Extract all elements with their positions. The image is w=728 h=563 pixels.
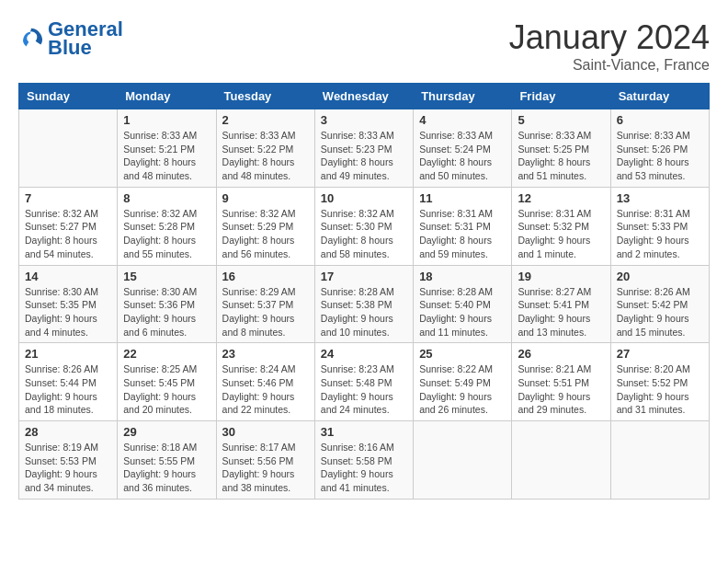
day-number: 24 — [321, 347, 407, 361]
day-number: 17 — [321, 270, 407, 283]
column-header-saturday: Saturday — [610, 84, 709, 109]
calendar-cell — [414, 421, 512, 500]
day-info: Sunrise: 8:22 AM Sunset: 5:49 PM Dayligh… — [419, 362, 506, 417]
day-info: Sunrise: 8:30 AM Sunset: 5:35 PM Dayligh… — [25, 285, 111, 339]
calendar-cell: 7Sunrise: 8:32 AM Sunset: 5:27 PM Daylig… — [19, 187, 118, 265]
calendar-week-row: 7Sunrise: 8:32 AM Sunset: 5:27 PM Daylig… — [19, 187, 710, 265]
day-info: Sunrise: 8:29 AM Sunset: 5:37 PM Dayligh… — [222, 285, 309, 339]
calendar-cell: 17Sunrise: 8:28 AM Sunset: 5:38 PM Dayli… — [314, 265, 413, 343]
day-info: Sunrise: 8:31 AM Sunset: 5:32 PM Dayligh… — [518, 207, 604, 261]
calendar-cell: 20Sunrise: 8:26 AM Sunset: 5:42 PM Dayli… — [610, 265, 709, 343]
calendar-week-row: 28Sunrise: 8:19 AM Sunset: 5:53 PM Dayli… — [19, 421, 710, 500]
calendar-cell: 2Sunrise: 8:33 AM Sunset: 5:22 PM Daylig… — [216, 109, 314, 188]
calendar-cell: 5Sunrise: 8:33 AM Sunset: 5:25 PM Daylig… — [512, 109, 610, 188]
column-header-sunday: Sunday — [19, 84, 118, 109]
column-header-monday: Monday — [118, 84, 216, 109]
calendar-cell: 28Sunrise: 8:19 AM Sunset: 5:53 PM Dayli… — [19, 421, 118, 500]
day-number: 3 — [321, 113, 407, 127]
calendar-cell — [512, 421, 610, 500]
calendar-cell: 10Sunrise: 8:32 AM Sunset: 5:30 PM Dayli… — [314, 187, 413, 265]
calendar-cell — [610, 421, 709, 500]
day-info: Sunrise: 8:18 AM Sunset: 5:55 PM Dayligh… — [123, 441, 210, 495]
day-info: Sunrise: 8:16 AM Sunset: 5:58 PM Dayligh… — [321, 441, 407, 495]
calendar-cell: 1Sunrise: 8:33 AM Sunset: 5:21 PM Daylig… — [118, 109, 216, 188]
calendar-week-row: 1Sunrise: 8:33 AM Sunset: 5:21 PM Daylig… — [19, 109, 710, 188]
calendar-week-row: 14Sunrise: 8:30 AM Sunset: 5:35 PM Dayli… — [19, 265, 710, 343]
calendar-title: January 2024 — [509, 18, 710, 57]
calendar-cell: 14Sunrise: 8:30 AM Sunset: 5:35 PM Dayli… — [19, 265, 118, 343]
calendar-header-row: SundayMondayTuesdayWednesdayThursdayFrid… — [19, 84, 710, 109]
day-info: Sunrise: 8:31 AM Sunset: 5:33 PM Dayligh… — [617, 207, 703, 261]
calendar-cell: 21Sunrise: 8:26 AM Sunset: 5:44 PM Dayli… — [19, 343, 118, 421]
day-number: 12 — [518, 191, 604, 205]
page-header: General Blue January 2024 Saint-Viance, … — [18, 18, 710, 74]
day-info: Sunrise: 8:17 AM Sunset: 5:56 PM Dayligh… — [222, 441, 309, 495]
day-info: Sunrise: 8:25 AM Sunset: 5:45 PM Dayligh… — [123, 362, 210, 417]
calendar-cell: 30Sunrise: 8:17 AM Sunset: 5:56 PM Dayli… — [216, 421, 314, 500]
day-number: 4 — [419, 113, 506, 127]
title-block: January 2024 Saint-Viance, France — [509, 18, 710, 74]
day-info: Sunrise: 8:26 AM Sunset: 5:42 PM Dayligh… — [617, 285, 703, 339]
calendar-table: SundayMondayTuesdayWednesdayThursdayFrid… — [18, 83, 710, 500]
calendar-cell: 23Sunrise: 8:24 AM Sunset: 5:46 PM Dayli… — [216, 343, 314, 421]
day-info: Sunrise: 8:33 AM Sunset: 5:26 PM Dayligh… — [617, 129, 703, 183]
day-info: Sunrise: 8:33 AM Sunset: 5:25 PM Dayligh… — [518, 129, 604, 183]
day-number: 25 — [419, 347, 506, 361]
day-number: 2 — [222, 113, 309, 127]
day-number: 15 — [123, 270, 210, 283]
day-info: Sunrise: 8:31 AM Sunset: 5:31 PM Dayligh… — [419, 207, 506, 261]
day-number: 30 — [222, 425, 309, 439]
day-number: 8 — [123, 191, 210, 205]
day-number: 29 — [123, 425, 210, 439]
day-info: Sunrise: 8:32 AM Sunset: 5:28 PM Dayligh… — [123, 207, 210, 261]
day-number: 19 — [518, 270, 604, 283]
calendar-cell: 16Sunrise: 8:29 AM Sunset: 5:37 PM Dayli… — [216, 265, 314, 343]
calendar-week-row: 21Sunrise: 8:26 AM Sunset: 5:44 PM Dayli… — [19, 343, 710, 421]
day-number: 11 — [419, 191, 506, 205]
day-number: 6 — [617, 113, 703, 127]
day-number: 18 — [419, 270, 506, 283]
day-info: Sunrise: 8:26 AM Sunset: 5:44 PM Dayligh… — [25, 362, 111, 417]
logo: General Blue — [18, 18, 123, 59]
calendar-cell: 18Sunrise: 8:28 AM Sunset: 5:40 PM Dayli… — [414, 265, 512, 343]
calendar-cell: 25Sunrise: 8:22 AM Sunset: 5:49 PM Dayli… — [414, 343, 512, 421]
day-info: Sunrise: 8:27 AM Sunset: 5:41 PM Dayligh… — [518, 285, 604, 339]
calendar-cell: 27Sunrise: 8:20 AM Sunset: 5:52 PM Dayli… — [610, 343, 709, 421]
day-info: Sunrise: 8:32 AM Sunset: 5:30 PM Dayligh… — [321, 207, 407, 261]
calendar-cell: 31Sunrise: 8:16 AM Sunset: 5:58 PM Dayli… — [314, 421, 413, 500]
day-info: Sunrise: 8:30 AM Sunset: 5:36 PM Dayligh… — [123, 285, 210, 339]
day-info: Sunrise: 8:20 AM Sunset: 5:52 PM Dayligh… — [617, 362, 703, 417]
day-number: 16 — [222, 270, 309, 283]
calendar-cell: 15Sunrise: 8:30 AM Sunset: 5:36 PM Dayli… — [118, 265, 216, 343]
calendar-cell — [19, 109, 118, 188]
day-info: Sunrise: 8:33 AM Sunset: 5:23 PM Dayligh… — [321, 129, 407, 183]
column-header-tuesday: Tuesday — [216, 84, 314, 109]
day-info: Sunrise: 8:33 AM Sunset: 5:21 PM Dayligh… — [123, 129, 210, 183]
day-number: 26 — [518, 347, 604, 361]
calendar-cell: 3Sunrise: 8:33 AM Sunset: 5:23 PM Daylig… — [314, 109, 413, 188]
column-header-friday: Friday — [512, 84, 610, 109]
day-number: 1 — [123, 113, 210, 127]
day-number: 28 — [25, 425, 111, 439]
day-info: Sunrise: 8:23 AM Sunset: 5:48 PM Dayligh… — [321, 362, 407, 417]
day-info: Sunrise: 8:32 AM Sunset: 5:27 PM Dayligh… — [25, 207, 111, 261]
day-number: 22 — [123, 347, 210, 361]
day-number: 23 — [222, 347, 309, 361]
day-number: 9 — [222, 191, 309, 205]
logo-text: General Blue — [48, 18, 123, 59]
day-info: Sunrise: 8:33 AM Sunset: 5:24 PM Dayligh… — [419, 129, 506, 183]
day-number: 7 — [25, 191, 111, 205]
calendar-cell: 29Sunrise: 8:18 AM Sunset: 5:55 PM Dayli… — [118, 421, 216, 500]
day-number: 31 — [321, 425, 407, 439]
day-info: Sunrise: 8:24 AM Sunset: 5:46 PM Dayligh… — [222, 362, 309, 417]
day-info: Sunrise: 8:28 AM Sunset: 5:38 PM Dayligh… — [321, 285, 407, 339]
day-number: 10 — [321, 191, 407, 205]
calendar-cell: 8Sunrise: 8:32 AM Sunset: 5:28 PM Daylig… — [118, 187, 216, 265]
calendar-cell: 6Sunrise: 8:33 AM Sunset: 5:26 PM Daylig… — [610, 109, 709, 188]
day-number: 14 — [25, 270, 111, 283]
column-header-wednesday: Wednesday — [314, 84, 413, 109]
calendar-cell: 12Sunrise: 8:31 AM Sunset: 5:32 PM Dayli… — [512, 187, 610, 265]
day-number: 5 — [518, 113, 604, 127]
calendar-cell: 24Sunrise: 8:23 AM Sunset: 5:48 PM Dayli… — [314, 343, 413, 421]
calendar-cell: 26Sunrise: 8:21 AM Sunset: 5:51 PM Dayli… — [512, 343, 610, 421]
